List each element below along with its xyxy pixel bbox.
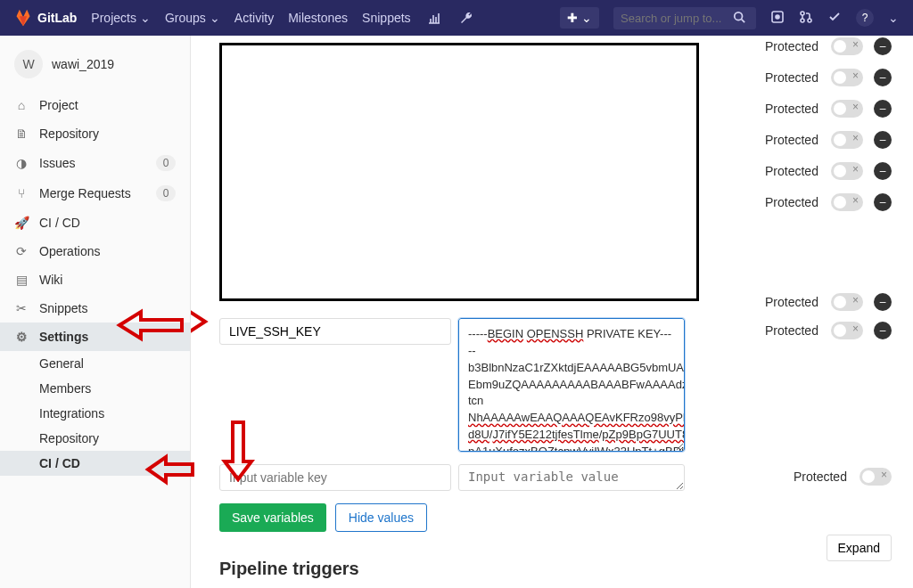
protected-toggle[interactable]: × [831, 69, 863, 86]
protected-label: Protected [794, 470, 849, 484]
pipeline-triggers-title: Pipeline triggers [219, 559, 892, 579]
sidebar-item-cicd[interactable]: 🚀CI / CD [0, 208, 190, 237]
tanuki-icon [14, 9, 32, 27]
protected-toggle[interactable]: × [831, 293, 863, 311]
merge-requests-icon[interactable] [799, 10, 813, 27]
wrench-icon[interactable] [457, 11, 475, 25]
variable-row-controls: Protected×– [765, 162, 892, 180]
sidebar-item-label: CI / CD [39, 216, 80, 230]
gitlab-logo[interactable]: GitLab [14, 9, 77, 27]
remove-variable-button[interactable]: – [874, 162, 892, 180]
svg-point-4 [801, 19, 804, 22]
svg-point-5 [808, 19, 811, 22]
chevron-down-icon: ⌄ [210, 11, 220, 25]
redacted-area [219, 43, 699, 301]
help-icon[interactable]: ? [856, 9, 874, 27]
expand-pipeline-triggers-button[interactable]: Expand [827, 535, 892, 561]
protected-toggle[interactable]: × [831, 131, 863, 149]
top-navbar: GitLab Projects ⌄ Groups ⌄ Activity Mile… [0, 0, 913, 36]
remove-variable-button[interactable]: – [874, 37, 892, 55]
remove-variable-button[interactable]: – [874, 131, 892, 149]
chevron-down-icon: ⌄ [888, 11, 899, 25]
new-dropdown[interactable]: ✚⌄ [560, 7, 599, 29]
variable-key-input[interactable] [219, 318, 451, 345]
nav-snippets[interactable]: Snippets [362, 11, 410, 25]
protected-toggle[interactable]: × [831, 193, 863, 211]
protected-toggle[interactable]: × [831, 322, 863, 339]
chevron-down-icon: ⌄ [140, 11, 151, 25]
brand-text: GitLab [37, 11, 77, 25]
variable-row-live-ssh: -----BEGIN OPENSSH PRIVATE KEY----- b3Bl… [219, 318, 892, 452]
settings-members[interactable]: Members [0, 376, 190, 401]
sidebar-item-project[interactable]: ⌂Project [0, 91, 190, 119]
book-icon: ▤ [14, 273, 29, 287]
variable-row-controls: Protected×– [765, 37, 892, 55]
pipeline-triggers-description: Triggers can force a specific branch or … [219, 584, 826, 588]
merge-icon: ⑂ [14, 186, 29, 200]
hide-values-button[interactable]: Hide values [335, 503, 427, 532]
activity-chart-icon[interactable] [425, 11, 443, 25]
nav-groups[interactable]: Groups ⌄ [165, 11, 220, 25]
svg-point-0 [735, 12, 743, 20]
remove-variable-button[interactable]: – [874, 322, 892, 339]
variable-value-input[interactable] [458, 464, 685, 491]
project-sidebar: W wawi_2019 ⌂Project 🗎Repository ◑Issues… [0, 36, 191, 588]
sidebar-item-snippets[interactable]: ✂Snippets [0, 294, 190, 323]
issues-icon[interactable] [770, 10, 785, 27]
main-content: Protected×– Protected×– Protected×– Prot… [191, 36, 913, 588]
remove-variable-button[interactable]: – [874, 293, 892, 311]
protected-toggle[interactable]: × [831, 100, 863, 118]
issues-icon: ◑ [14, 156, 29, 170]
protected-toggle[interactable]: × [831, 37, 863, 55]
variable-row-blank: Protected× [219, 464, 892, 491]
sidebar-item-repository[interactable]: 🗎Repository [0, 119, 190, 148]
sidebar-item-label: Operations [39, 244, 100, 258]
todos-icon[interactable] [827, 10, 842, 27]
variable-row-controls: Protected×– [765, 131, 892, 149]
svg-point-2 [776, 15, 779, 19]
nav-milestones[interactable]: Milestones [288, 11, 348, 25]
variable-key-input[interactable] [219, 464, 451, 491]
protected-label: Protected [765, 70, 820, 85]
project-header[interactable]: W wawi_2019 [0, 43, 190, 91]
nav-activity[interactable]: Activity [234, 11, 274, 25]
remove-variable-button[interactable]: – [874, 193, 892, 211]
sidebar-item-merge-requests[interactable]: ⑂Merge Requests0 [0, 178, 190, 208]
remove-variable-button[interactable]: – [874, 69, 892, 86]
svg-point-3 [801, 12, 804, 15]
svg-marker-8 [191, 310, 205, 333]
remove-variable-button[interactable]: – [874, 100, 892, 118]
settings-integrations[interactable]: Integrations [0, 401, 190, 426]
protected-toggle[interactable]: × [860, 468, 892, 486]
project-name: wawi_2019 [52, 57, 114, 71]
settings-general[interactable]: General [0, 351, 190, 376]
sidebar-item-label: Issues [39, 156, 75, 170]
variable-row-controls: Protected×– [765, 193, 892, 211]
protected-label: Protected [765, 39, 820, 53]
variable-value-textarea[interactable]: -----BEGIN OPENSSH PRIVATE KEY----- b3Bl… [458, 318, 685, 452]
variables-actions: Save variables Hide values [219, 503, 892, 532]
save-variables-button[interactable]: Save variables [219, 503, 326, 532]
protected-label: Protected [765, 323, 820, 338]
operations-icon: ⟳ [14, 244, 29, 258]
global-search[interactable] [613, 7, 756, 29]
protected-label: Protected [765, 295, 820, 309]
sidebar-item-label: Wiki [39, 273, 62, 287]
protected-label: Protected [765, 133, 820, 147]
sidebar-item-issues[interactable]: ◑Issues0 [0, 148, 190, 178]
sidebar-item-label: Settings [39, 330, 88, 344]
sidebar-item-wiki[interactable]: ▤Wiki [0, 265, 190, 294]
annotation-arrow [191, 310, 205, 336]
settings-repository[interactable]: Repository [0, 426, 190, 451]
settings-cicd[interactable]: CI / CD [0, 451, 190, 476]
search-input[interactable] [621, 12, 728, 25]
sidebar-item-settings[interactable]: ⚙Settings [0, 323, 190, 351]
sidebar-item-operations[interactable]: ⟳Operations [0, 237, 190, 265]
protected-toggle[interactable]: × [831, 162, 863, 180]
project-avatar: W [14, 50, 43, 78]
nav-projects[interactable]: Projects ⌄ [91, 11, 151, 25]
variable-row-controls: Protected×– [765, 293, 892, 311]
variable-row-controls: Protected×– [765, 100, 892, 118]
sidebar-item-label: Snippets [39, 301, 87, 315]
sidebar-item-label: Project [39, 98, 78, 112]
